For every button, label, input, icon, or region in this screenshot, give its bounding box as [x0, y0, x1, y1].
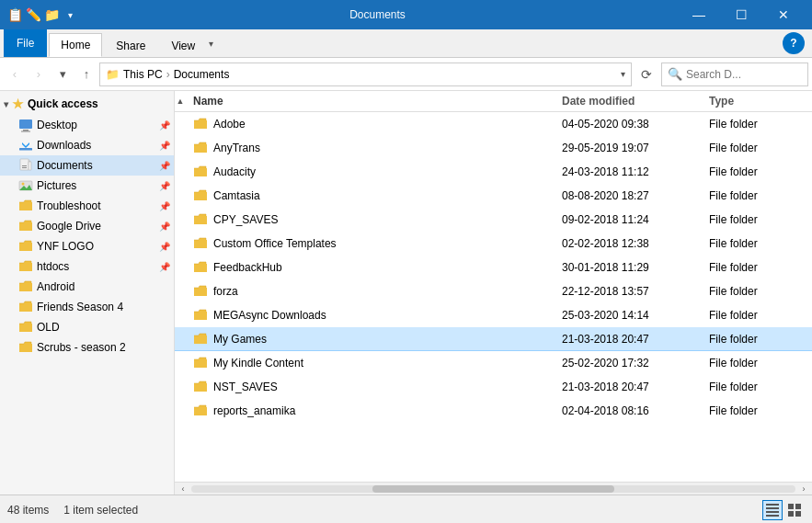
- sidebar-item-downloads[interactable]: Downloads 📌: [0, 135, 174, 155]
- file-type-camtasia: File folder: [702, 188, 812, 204]
- table-row[interactable]: Custom Office Templates 02-02-2018 12:38…: [175, 232, 812, 256]
- svg-rect-2: [21, 131, 30, 132]
- sidebar-item-friends[interactable]: Friends Season 4: [0, 297, 174, 317]
- sidebar-item-ynflogo[interactable]: YNF LOGO 📌: [0, 236, 174, 256]
- tab-file[interactable]: File: [4, 29, 47, 57]
- file-date-adobe: 04-05-2020 09:38: [555, 116, 702, 132]
- title-bar-icons: 📋 ✏️ 📁 ▾: [7, 7, 77, 22]
- file-type-nstsaves: File folder: [702, 379, 812, 395]
- sidebar-item-googledrive[interactable]: Google Drive 📌: [0, 216, 174, 236]
- sidebar-item-scrubs[interactable]: Scrubs - season 2: [0, 337, 174, 358]
- table-row[interactable]: FeedbackHub 30-01-2018 11:29 File folder: [175, 256, 812, 279]
- sidebar-item-android[interactable]: Android: [0, 277, 174, 297]
- sidebar-item-troubleshoot[interactable]: Troubleshoot 📌: [0, 196, 174, 216]
- sidebar-item-pictures[interactable]: Pictures 📌: [0, 176, 174, 196]
- sidebar-item-documents[interactable]: Documents 📌: [0, 155, 174, 176]
- horizontal-scrollbar[interactable]: ‹ ›: [175, 482, 812, 495]
- breadcrumb[interactable]: 📁 This PC › Documents ▾: [99, 63, 632, 86]
- scroll-left-button[interactable]: ‹: [177, 483, 189, 495]
- sidebar-pin-ynflogo: 📌: [159, 242, 170, 252]
- title-controls: — ☐ ✕: [678, 0, 805, 29]
- column-date[interactable]: Date modified: [555, 93, 702, 109]
- breadcrumb-thispc[interactable]: This PC: [123, 68, 163, 81]
- up-button[interactable]: ↑: [75, 63, 97, 85]
- search-box[interactable]: 🔍: [661, 63, 808, 86]
- column-name[interactable]: Name: [186, 93, 555, 109]
- table-row[interactable]: NST_SAVES 21-03-2018 20:47 File folder: [175, 375, 812, 399]
- file-name-customoffice: Custom Office Templates: [186, 234, 555, 253]
- sidebar-item-documents-label: Documents: [37, 159, 154, 172]
- table-row[interactable]: Audacity 24-03-2018 11:12 File folder: [175, 160, 812, 184]
- dropdown-button[interactable]: ▾: [51, 63, 74, 85]
- scroll-right-button[interactable]: ›: [797, 483, 810, 495]
- sort-arrow-icon[interactable]: ▲: [175, 93, 186, 109]
- ribbon-expand-button[interactable]: ▾: [209, 39, 213, 49]
- file-date-customoffice: 02-02-2018 12:38: [555, 235, 702, 252]
- breadcrumb-documents[interactable]: Documents: [174, 68, 230, 81]
- column-name-label: Name: [193, 95, 223, 108]
- large-icon-view-button[interactable]: [784, 500, 805, 520]
- sidebar-item-friends-label: Friends Season 4: [37, 301, 170, 313]
- file-name-cpysaves: CPY_SAVES: [186, 210, 555, 229]
- table-row[interactable]: forza 22-12-2018 13:57 File folder: [175, 279, 812, 303]
- table-row[interactable]: AnyTrans 29-05-2019 19:07 File folder: [175, 136, 812, 160]
- details-view-button[interactable]: [762, 500, 783, 520]
- file-name-feedbackhub: FeedbackHub: [186, 258, 555, 277]
- sidebar: ▾ ★ Quick access Desktop 📌 Downloads 📌: [0, 91, 175, 495]
- googledrive-folder-icon: [18, 219, 33, 233]
- table-row[interactable]: Adobe 04-05-2020 09:38 File folder: [175, 112, 812, 136]
- table-row[interactable]: My Games 21-03-2018 20:47 File folder: [175, 327, 812, 351]
- table-row[interactable]: My Kindle Content 25-02-2020 17:32 File …: [175, 351, 812, 375]
- file-date-nstsaves: 21-03-2018 20:47: [555, 379, 702, 395]
- file-type-anytrans: File folder: [702, 140, 812, 156]
- sidebar-item-ynflogo-label: YNF LOGO: [37, 240, 154, 253]
- file-name-audacity: Audacity: [186, 163, 555, 181]
- sidebar-item-htdocs[interactable]: htdocs 📌: [0, 256, 174, 277]
- file-name-mygames: My Games: [186, 330, 555, 348]
- file-date-reportsanamika: 02-04-2018 08:16: [555, 403, 702, 419]
- android-folder-icon: [18, 279, 33, 294]
- app-icon-3: 📁: [44, 7, 59, 22]
- app-icon-1: 📋: [7, 7, 22, 22]
- table-row[interactable]: MEGAsync Downloads 25-03-2020 14:14 File…: [175, 303, 812, 327]
- old-folder-icon: [18, 320, 33, 335]
- sidebar-item-desktop[interactable]: Desktop 📌: [0, 115, 174, 135]
- file-type-forza: File folder: [702, 283, 812, 300]
- search-input[interactable]: [686, 68, 802, 81]
- maximize-button[interactable]: ☐: [720, 0, 762, 29]
- tab-share[interactable]: Share: [104, 33, 157, 57]
- minimize-button[interactable]: —: [678, 0, 720, 29]
- file-list-outer: ▲ Name Date modified Type Adobe 04-05-: [175, 91, 812, 495]
- help-button[interactable]: ?: [783, 32, 805, 54]
- scrubs-folder-icon: [18, 340, 33, 355]
- file-name-adobe: Adobe: [186, 115, 555, 133]
- view-controls: [762, 500, 805, 520]
- folder-icon: [193, 356, 208, 370]
- window-title: Documents: [77, 8, 678, 21]
- ynflogo-folder-icon: [18, 239, 33, 254]
- sidebar-item-old[interactable]: OLD: [0, 317, 174, 337]
- svg-marker-4: [22, 140, 29, 148]
- column-type[interactable]: Type: [702, 93, 812, 109]
- sidebar-pin-pictures: 📌: [159, 181, 170, 191]
- htdocs-folder-icon: [18, 259, 33, 274]
- table-row[interactable]: Camtasia 08-08-2020 18:27 File folder: [175, 184, 812, 208]
- tab-home[interactable]: Home: [49, 33, 102, 57]
- search-icon: 🔍: [668, 67, 682, 81]
- table-row[interactable]: reports_anamika 02-04-2018 08:16 File fo…: [175, 399, 812, 423]
- address-bar: ‹ › ▾ ↑ 📁 This PC › Documents ▾ ⟳ 🔍: [0, 58, 812, 91]
- folder-icon: [193, 308, 208, 323]
- status-bar: 48 items 1 item selected: [0, 495, 812, 523]
- pictures-icon: [18, 178, 33, 193]
- tab-view[interactable]: View: [159, 33, 207, 57]
- scroll-track[interactable]: [191, 485, 795, 493]
- quick-access-header[interactable]: ▾ ★ Quick access: [0, 91, 174, 115]
- scroll-thumb[interactable]: [372, 485, 614, 493]
- file-name-mykindlecontent: My Kindle Content: [186, 354, 555, 372]
- table-row[interactable]: CPY_SAVES 09-02-2018 11:24 File folder: [175, 208, 812, 232]
- refresh-button[interactable]: ⟳: [634, 62, 659, 87]
- close-button[interactable]: ✕: [762, 0, 805, 29]
- folder-icon: [193, 188, 208, 203]
- breadcrumb-dropdown-icon[interactable]: ▾: [621, 69, 625, 79]
- file-date-cpysaves: 09-02-2018 11:24: [555, 211, 702, 228]
